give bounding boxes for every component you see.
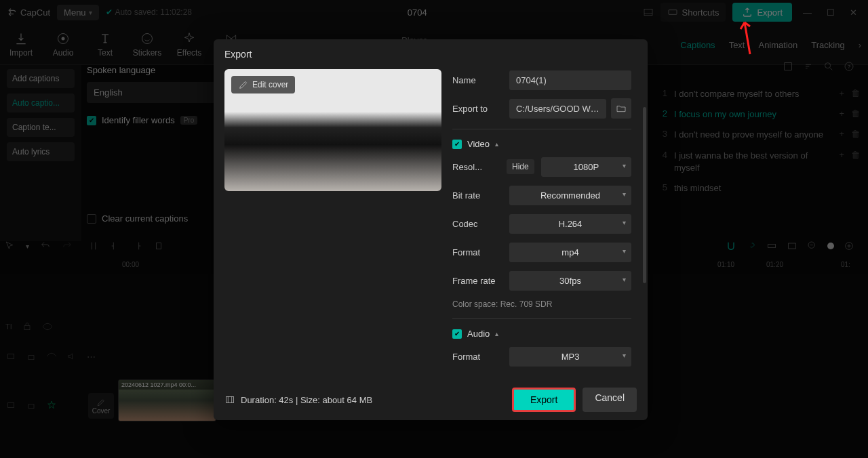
cancel-button[interactable]: Cancel xyxy=(583,388,637,412)
bitrate-select[interactable]: Recommended xyxy=(509,186,631,205)
divider xyxy=(452,129,631,129)
resolution-label: Resol... xyxy=(452,162,502,172)
svg-rect-23 xyxy=(226,396,234,402)
video-section-header[interactable]: ✔ Video ▴ xyxy=(452,139,631,149)
audio-format-select[interactable]: MP3 xyxy=(509,347,631,367)
duration-info: Duration: 42s | Size: about 64 MB xyxy=(224,394,372,405)
scrollbar-thumb[interactable] xyxy=(643,107,646,283)
export-to-label: Export to xyxy=(452,104,502,114)
export-dialog: Export Edit cover Name 0704(1) Export to… xyxy=(214,39,648,420)
name-label: Name xyxy=(452,75,502,85)
codec-select[interactable]: H.264 xyxy=(509,214,631,234)
hide-tooltip: Hide xyxy=(507,159,534,174)
checkbox-checked-icon: ✔ xyxy=(452,140,462,149)
format-select[interactable]: mp4 xyxy=(509,243,631,262)
collapse-icon: ▴ xyxy=(495,330,498,337)
name-input[interactable]: 0704(1) xyxy=(509,70,631,90)
format-label: Format xyxy=(452,247,502,257)
framerate-select[interactable]: 30fps xyxy=(509,271,631,291)
cover-preview: Edit cover xyxy=(224,69,441,191)
dialog-footer: Duration: 42s | Size: about 64 MB Export… xyxy=(224,382,637,412)
bitrate-label: Bit rate xyxy=(452,190,502,201)
audio-section-header[interactable]: ✔ Audio ▴ xyxy=(452,329,631,339)
dialog-title: Export xyxy=(224,49,637,60)
pencil-icon xyxy=(238,79,249,90)
resolution-select[interactable]: 1080P xyxy=(541,157,631,177)
audio-format-label: Format xyxy=(452,352,502,362)
edit-cover-button[interactable]: Edit cover xyxy=(231,76,295,93)
collapse-icon: ▴ xyxy=(495,140,498,148)
folder-icon xyxy=(616,103,627,114)
framerate-label: Frame rate xyxy=(452,276,502,286)
browse-folder-button[interactable] xyxy=(611,98,631,119)
export-form: Name 0704(1) Export to C:/Users/GOOD WIL… xyxy=(452,69,637,374)
codec-label: Codec xyxy=(452,219,502,229)
export-path[interactable]: C:/Users/GOOD WILL ... xyxy=(509,99,606,119)
checkbox-checked-icon: ✔ xyxy=(452,329,462,339)
film-icon xyxy=(224,394,235,405)
colorspace-hint: Color space: Rec. 709 SDR xyxy=(452,299,631,309)
divider xyxy=(452,318,631,319)
export-confirm-button[interactable]: Export xyxy=(512,388,576,412)
